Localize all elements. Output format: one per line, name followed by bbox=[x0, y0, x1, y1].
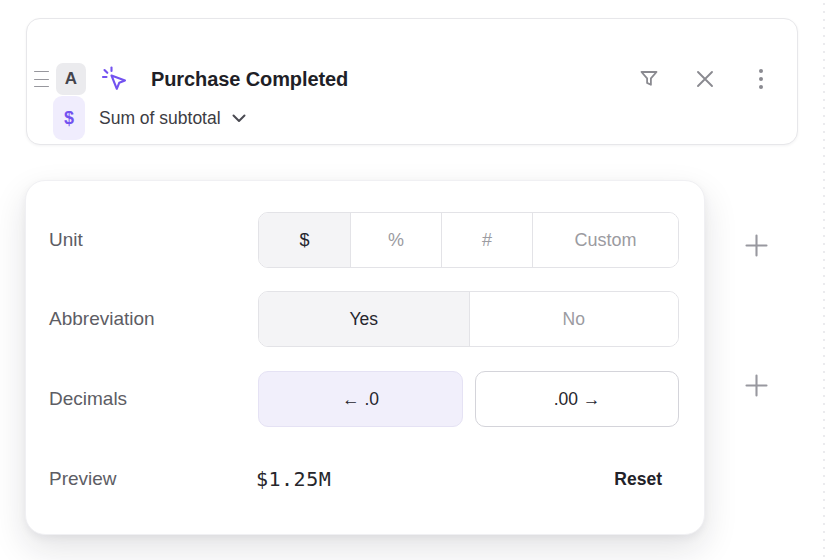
plus-icon bbox=[745, 234, 768, 257]
chart-builder-region: A Purchase Completed bbox=[0, 0, 826, 560]
decimals-label: Decimals bbox=[49, 388, 127, 410]
metric-label: Sum of subtotal bbox=[99, 108, 221, 129]
reset-button[interactable]: Reset bbox=[614, 469, 662, 490]
abbreviation-label: Abbreviation bbox=[49, 308, 155, 330]
event-card: A Purchase Completed bbox=[26, 18, 798, 145]
unit-option-percent[interactable]: % bbox=[350, 213, 441, 267]
decrease-decimals-button[interactable]: ← .0 bbox=[258, 371, 463, 427]
preview-value: $1.25M bbox=[256, 467, 331, 491]
plus-icon bbox=[745, 374, 768, 397]
event-letter-badge: A bbox=[56, 63, 86, 95]
unit-option-dollar[interactable]: $ bbox=[259, 213, 350, 267]
unit-row: Unit $ % # Custom bbox=[26, 212, 704, 268]
filter-icon[interactable] bbox=[637, 67, 661, 91]
abbreviation-option-yes[interactable]: Yes bbox=[259, 292, 469, 346]
metric-selector[interactable]: Sum of subtotal bbox=[99, 108, 246, 129]
preview-label: Preview bbox=[49, 468, 117, 490]
preview-row: Preview $1.25M Reset bbox=[26, 451, 704, 507]
close-icon[interactable] bbox=[693, 67, 717, 91]
unit-label: Unit bbox=[49, 229, 83, 251]
event-click-icon bbox=[100, 64, 130, 94]
increase-decimals-button[interactable]: .00 → bbox=[475, 371, 679, 427]
number-format-panel: Unit $ % # Custom Abbreviation Yes No De… bbox=[25, 180, 705, 535]
abbreviation-segmented-control: Yes No bbox=[258, 291, 679, 347]
more-options-icon[interactable] bbox=[749, 67, 773, 91]
event-title[interactable]: Purchase Completed bbox=[151, 68, 348, 91]
add-button-top[interactable] bbox=[744, 233, 768, 257]
decimals-row: Decimals ← .0 .00 → bbox=[26, 371, 704, 427]
event-card-header: A Purchase Completed bbox=[27, 58, 797, 100]
chevron-down-icon bbox=[232, 114, 246, 123]
adjacent-panel-edge bbox=[821, 0, 826, 560]
unit-segmented-control: $ % # Custom bbox=[258, 212, 679, 268]
abbreviation-row: Abbreviation Yes No bbox=[26, 291, 704, 347]
metric-unit-badge: $ bbox=[53, 96, 85, 140]
event-metric-row: $ Sum of subtotal bbox=[53, 96, 246, 140]
drag-handle-icon[interactable] bbox=[34, 71, 49, 87]
unit-option-custom[interactable]: Custom bbox=[532, 213, 678, 267]
abbreviation-option-no[interactable]: No bbox=[469, 292, 679, 346]
unit-option-number[interactable]: # bbox=[441, 213, 532, 267]
decimals-controls: ← .0 .00 → bbox=[258, 371, 679, 427]
add-button-bottom[interactable] bbox=[744, 373, 768, 397]
